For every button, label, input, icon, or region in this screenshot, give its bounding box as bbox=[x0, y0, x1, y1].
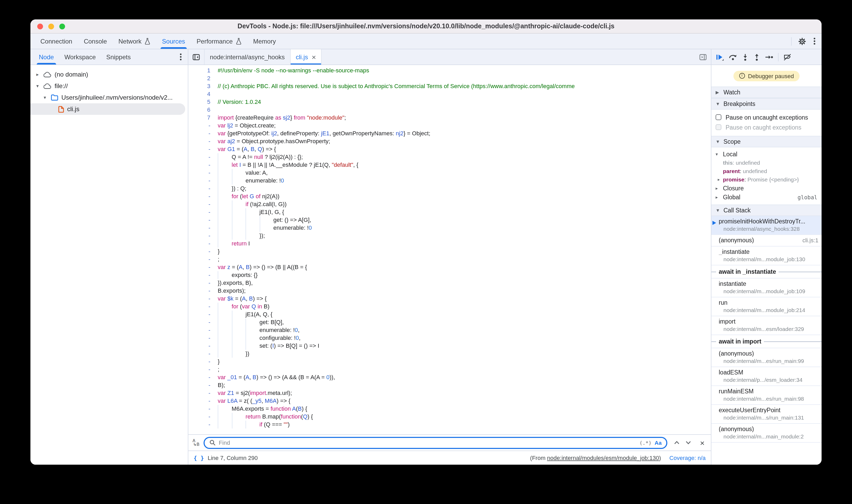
pretty-print-icon[interactable]: { } bbox=[194, 454, 204, 461]
step-over-button[interactable] bbox=[729, 54, 737, 60]
panel-toggle-icon[interactable] bbox=[699, 49, 711, 65]
navigator-tab-workspace[interactable]: Workspace bbox=[59, 49, 101, 65]
call-stack-frame[interactable]: runMainESMnode:internal/m...es/run_main:… bbox=[711, 386, 821, 405]
step-button[interactable] bbox=[765, 54, 773, 60]
scope-closure-group[interactable]: ▸ Closure bbox=[711, 183, 821, 193]
line-number[interactable]: - bbox=[193, 287, 210, 295]
chevron-right-icon[interactable]: ▸ bbox=[35, 72, 40, 77]
pause-uncaught-row[interactable]: Pause on uncaught exceptions bbox=[715, 112, 817, 122]
line-number[interactable]: 1 bbox=[193, 67, 210, 74]
line-number[interactable]: - bbox=[193, 208, 210, 216]
line-number[interactable]: - bbox=[193, 295, 210, 303]
navigator-tab-snippets[interactable]: Snippets bbox=[101, 49, 136, 65]
scope-promise-entry[interactable]: ▸ promise: Promise {<pending>} bbox=[711, 175, 821, 183]
find-next-icon[interactable] bbox=[685, 440, 691, 445]
line-number[interactable]: - bbox=[193, 365, 210, 373]
line-number[interactable]: - bbox=[193, 224, 210, 232]
coverage-link[interactable]: Coverage: n/a bbox=[670, 455, 706, 461]
scope-local-group[interactable]: ▾ Local bbox=[711, 149, 821, 158]
call-stack-section-header[interactable]: ▼ Call Stack bbox=[711, 204, 821, 216]
line-number[interactable]: - bbox=[193, 145, 210, 153]
call-stack-frame[interactable]: importnode:internal/m...esm/loader:329 bbox=[711, 316, 821, 335]
line-number[interactable]: - bbox=[193, 122, 210, 129]
line-number[interactable]: - bbox=[193, 420, 210, 429]
tab-performance[interactable]: Performance bbox=[191, 34, 247, 49]
line-number[interactable]: - bbox=[193, 271, 210, 279]
line-number[interactable]: 7 bbox=[193, 114, 210, 122]
line-number[interactable]: - bbox=[193, 177, 210, 185]
call-stack-frame[interactable]: (anonymous)node:internal/m...es/run_main… bbox=[711, 348, 821, 367]
tab-sources[interactable]: Sources bbox=[156, 34, 191, 49]
pause-uncaught-checkbox[interactable] bbox=[715, 114, 721, 120]
find-previous-icon[interactable] bbox=[674, 440, 680, 445]
line-number[interactable]: - bbox=[193, 255, 210, 263]
line-number[interactable]: - bbox=[193, 129, 210, 138]
tree-item-users-jinhuilee-nvm-versions-node-v2-[interactable]: ▾Users/jinhuilee/.nvm/versions/node/v2..… bbox=[31, 92, 188, 103]
call-stack-frame[interactable]: promiseInitHookWithDestroyTr...node:inte… bbox=[711, 216, 821, 235]
line-number[interactable]: - bbox=[193, 310, 210, 318]
scope-section-header[interactable]: ▼ Scope bbox=[711, 136, 821, 147]
find-close-icon[interactable]: × bbox=[698, 438, 707, 447]
find-input[interactable] bbox=[219, 439, 636, 446]
navigator-more-icon[interactable] bbox=[179, 52, 182, 61]
line-number[interactable]: 2 bbox=[193, 74, 210, 82]
close-window-button[interactable] bbox=[37, 23, 43, 29]
step-out-button[interactable] bbox=[753, 53, 760, 60]
call-stack-frame[interactable]: (anonymous)cli.js:1 bbox=[711, 235, 821, 247]
breakpoints-section-header[interactable]: ▼ Breakpoints bbox=[711, 98, 821, 110]
line-number[interactable]: - bbox=[193, 373, 210, 381]
line-number[interactable]: - bbox=[193, 326, 210, 334]
line-number[interactable]: - bbox=[193, 342, 210, 350]
chevron-down-icon[interactable]: ▾ bbox=[42, 95, 48, 100]
match-case-toggle-icon[interactable]: Aa bbox=[655, 439, 662, 446]
line-number[interactable]: - bbox=[193, 405, 210, 413]
editor-tab-node-internal-async-hooks[interactable]: node:internal/async_hooks bbox=[205, 49, 291, 65]
editor-tab-cli-js[interactable]: cli.js× bbox=[291, 49, 322, 65]
line-number[interactable]: - bbox=[193, 318, 210, 326]
line-number[interactable]: - bbox=[193, 169, 210, 177]
settings-gear-icon[interactable] bbox=[798, 37, 806, 46]
chevron-down-icon[interactable]: ▾ bbox=[35, 84, 40, 89]
line-number[interactable]: - bbox=[193, 153, 210, 161]
collapse-sidebar-icon[interactable] bbox=[188, 49, 205, 65]
resume-button[interactable] bbox=[715, 53, 724, 60]
more-options-icon[interactable] bbox=[813, 37, 816, 46]
call-stack-frame[interactable]: executeUserEntryPointnode:internal/m...s… bbox=[711, 405, 821, 424]
line-number[interactable]: - bbox=[193, 248, 210, 255]
close-tab-icon[interactable]: × bbox=[312, 53, 316, 60]
line-number[interactable]: - bbox=[193, 303, 210, 310]
step-into-button[interactable] bbox=[742, 53, 749, 60]
deactivate-breakpoints-icon[interactable] bbox=[783, 53, 792, 60]
line-number[interactable]: 4 bbox=[193, 90, 210, 98]
tab-console[interactable]: Console bbox=[78, 34, 112, 49]
tree-item-cli-js[interactable]: cli.js bbox=[31, 103, 185, 115]
tab-memory[interactable]: Memory bbox=[247, 34, 282, 49]
tab-connection[interactable]: Connection bbox=[35, 34, 78, 49]
line-number[interactable]: - bbox=[193, 389, 210, 397]
watch-section-header[interactable]: ▶ Watch bbox=[711, 87, 821, 98]
line-number[interactable]: - bbox=[193, 279, 210, 287]
call-stack-frame[interactable]: (anonymous)node:internal/m...main_module… bbox=[711, 424, 821, 443]
line-number[interactable]: 5 bbox=[193, 98, 210, 106]
replace-toggle-icon[interactable]: A↳B bbox=[193, 439, 199, 446]
line-number[interactable]: - bbox=[193, 232, 210, 240]
line-number[interactable]: - bbox=[193, 334, 210, 342]
call-stack-frame[interactable]: loadESMnode:internal/p.../esm_loader:34 bbox=[711, 367, 821, 386]
call-stack-frame[interactable]: _instantiatenode:internal/m...module_job… bbox=[711, 247, 821, 265]
pause-caught-checkbox[interactable] bbox=[715, 124, 721, 130]
call-stack-frame[interactable]: runnode:internal/m...module_job:214 bbox=[711, 298, 821, 316]
line-number[interactable]: - bbox=[193, 216, 210, 224]
line-number[interactable]: - bbox=[193, 413, 210, 420]
line-number[interactable]: - bbox=[193, 240, 210, 248]
tree-item--no-domain-[interactable]: ▸(no domain) bbox=[31, 69, 188, 80]
line-number[interactable]: - bbox=[193, 397, 210, 405]
line-number[interactable]: - bbox=[193, 185, 210, 193]
line-number[interactable]: - bbox=[193, 161, 210, 169]
pause-caught-row[interactable]: Pause on caught exceptions bbox=[715, 122, 817, 132]
line-number[interactable]: - bbox=[193, 350, 210, 358]
tree-item-file-[interactable]: ▾file:// bbox=[31, 80, 188, 92]
code-editor[interactable]: 1#!/usr/bin/env -S node --no-warnings --… bbox=[188, 65, 711, 434]
line-number[interactable]: - bbox=[193, 200, 210, 208]
navigator-tab-node[interactable]: Node bbox=[34, 49, 59, 65]
line-number[interactable]: - bbox=[193, 193, 210, 200]
